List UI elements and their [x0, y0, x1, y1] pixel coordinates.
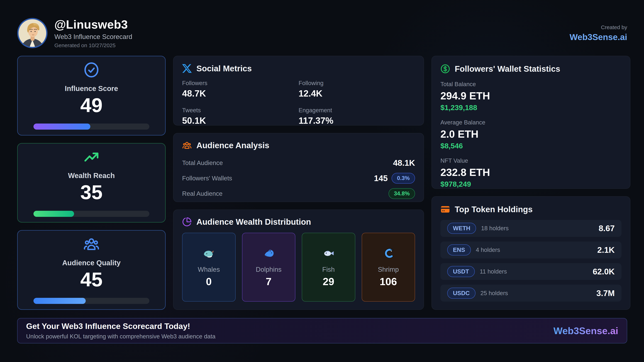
token-row-weth: WETH 18 holders 8.67 — [440, 220, 622, 237]
audience-analysis-rows: Total Audience 48.1K Followers' Wallets … — [182, 155, 415, 201]
page-title: Web3 Influence Scorecard — [54, 33, 132, 40]
metric-label: Following — [298, 80, 415, 86]
token-holders: 4 holders — [476, 247, 500, 253]
score-value: 35 — [80, 182, 103, 203]
generated-date: Generated on 10/27/2025 — [54, 42, 132, 48]
stat-average-balance: Average Balance 2.0 ETH $8,546 — [440, 119, 622, 150]
influence-progress-fill — [34, 123, 90, 130]
scorecard-page: @Linusweb3 Web3 Influence Scorecard Gene… — [0, 0, 644, 362]
segment-label: Shrimp — [378, 266, 399, 273]
metric-label: Followers — [182, 80, 298, 86]
wealth-progress-bar — [34, 211, 149, 217]
right-column: Followers' Wallet Statistics Total Balan… — [432, 56, 630, 310]
segment-whales: Whales 0 — [182, 233, 236, 302]
influence-progress-bar — [34, 123, 149, 130]
stat-usd-value: $978,249 — [440, 180, 622, 188]
row-value: 145 — [374, 173, 388, 183]
score-value: 49 — [80, 95, 103, 116]
brand-link-footer[interactable]: Web3Sense.ai — [554, 325, 618, 336]
token-amount: 8.67 — [598, 223, 615, 233]
credit-card-icon — [440, 205, 450, 214]
stat-label: Total Balance — [440, 81, 622, 88]
users-icon — [83, 236, 100, 252]
social-metrics-card: Social Metrics Followers 48.7K Following… — [173, 56, 424, 125]
stat-eth-value: 2.0 ETH — [440, 128, 622, 140]
stat-usd-value: $8,546 — [440, 142, 622, 150]
stat-label: Average Balance — [440, 119, 622, 126]
percentage-badge: 34.8% — [388, 188, 415, 199]
card-title: Audience Wealth Distribution — [196, 217, 311, 227]
x-logo-icon — [182, 64, 192, 73]
metric-following: Following 12.4K — [298, 80, 415, 99]
audience-analysis-header: Audience Analysis — [182, 140, 415, 150]
metric-engagement: Engagement 117.37% — [298, 107, 415, 126]
wealth-segments: Whales 0 Dolphins 7 — [182, 233, 415, 302]
metric-value: 117.37% — [298, 115, 415, 126]
stat-total-balance: Total Balance 294.9 ETH $1,239,188 — [440, 81, 622, 112]
segment-value: 0 — [206, 276, 212, 288]
profile-id-block: @Linusweb3 Web3 Influence Scorecard Gene… — [54, 18, 132, 48]
quality-progress-fill — [34, 298, 86, 304]
token-rows: WETH 18 holders 8.67 ENS 4 holders 2.1K … — [440, 220, 622, 302]
cta-banner: Get Your Web3 Influence Scorecard Today!… — [17, 318, 627, 344]
token-symbol-badge: USDC — [447, 288, 476, 299]
social-metrics-header: Social Metrics — [182, 64, 415, 73]
token-amount: 2.1K — [597, 245, 615, 255]
row-label: Total Audience — [182, 159, 223, 166]
row-label: Followers' Wallets — [182, 175, 232, 182]
token-holders: 18 holders — [481, 225, 508, 232]
score-value: 45 — [80, 269, 103, 290]
dolphin-icon — [262, 247, 275, 260]
wealth-distribution-card: Audience Wealth Distribution Whales 0 — [173, 210, 424, 310]
brand-link-header[interactable]: Web3Sense.ai — [570, 32, 627, 42]
token-row-ens: ENS 4 holders 2.1K — [440, 242, 622, 259]
row-label: Real Audience — [182, 190, 222, 197]
segment-label: Whales — [198, 266, 220, 273]
metric-followers: Followers 48.7K — [182, 80, 298, 99]
token-amount: 62.0K — [593, 267, 615, 276]
metric-value: 48.7K — [182, 88, 298, 99]
segment-label: Dolphins — [256, 266, 282, 273]
row-followers-wallets: Followers' Wallets 145 0.3% — [182, 171, 415, 186]
token-row-usdc: USDC 25 holders 3.7M — [440, 285, 622, 302]
wallet-statistics-card: Followers' Wallet Statistics Total Balan… — [432, 56, 630, 189]
segment-value: 106 — [380, 276, 397, 288]
percentage-badge: 0.3% — [392, 173, 415, 184]
metric-tweets: Tweets 50.1K — [182, 107, 298, 126]
social-metrics-grid: Followers 48.7K Following 12.4K Tweets 5… — [182, 80, 415, 126]
dollar-circle-icon — [440, 64, 450, 74]
segment-dolphins: Dolphins 7 — [242, 233, 296, 302]
cta-title: Get Your Web3 Influence Scorecard Today! — [26, 322, 216, 331]
card-title: Social Metrics — [196, 64, 252, 73]
middle-column: Social Metrics Followers 48.7K Following… — [173, 56, 424, 310]
segment-fish: Fish 29 — [302, 233, 355, 302]
score-label: Wealth Reach — [68, 172, 115, 180]
token-symbol-badge: ENS — [447, 244, 471, 256]
stat-usd-value: $1,239,188 — [440, 103, 622, 112]
user-handle: @Linusweb3 — [54, 18, 132, 31]
stat-nft-value: NFT Value 232.8 ETH $978,249 — [440, 157, 622, 188]
card-title: Followers' Wallet Statistics — [455, 64, 560, 74]
wallet-statistics-header: Followers' Wallet Statistics — [440, 64, 622, 74]
token-holders: 25 holders — [480, 290, 508, 297]
token-row-usdt: USDT 11 holders 62.0K — [440, 263, 622, 280]
token-symbol-badge: USDT — [447, 266, 475, 277]
token-symbol-badge: WETH — [447, 223, 476, 234]
segment-label: Fish — [322, 266, 335, 273]
score-column: Influence Score 49 Wealth Reach 35 — [17, 56, 166, 310]
fish-icon — [322, 247, 335, 260]
token-holdings-card: Top Token Holdings WETH 18 holders 8.67 … — [432, 196, 630, 310]
metric-label: Engagement — [298, 107, 415, 114]
metric-label: Tweets — [182, 107, 298, 114]
row-total-audience: Total Audience 48.1K — [182, 155, 415, 171]
score-label: Influence Score — [65, 84, 118, 93]
metric-value: 12.4K — [298, 88, 415, 99]
segment-value: 7 — [266, 276, 272, 288]
shrimp-icon — [382, 247, 395, 260]
stat-eth-value: 294.9 ETH — [440, 90, 622, 102]
created-by-label: Created by — [570, 24, 627, 30]
wealth-progress-fill — [34, 211, 74, 217]
stat-label: NFT Value — [440, 157, 622, 164]
influence-score-card: Influence Score 49 — [17, 56, 166, 135]
created-by-block: Created by Web3Sense.ai — [570, 24, 627, 42]
